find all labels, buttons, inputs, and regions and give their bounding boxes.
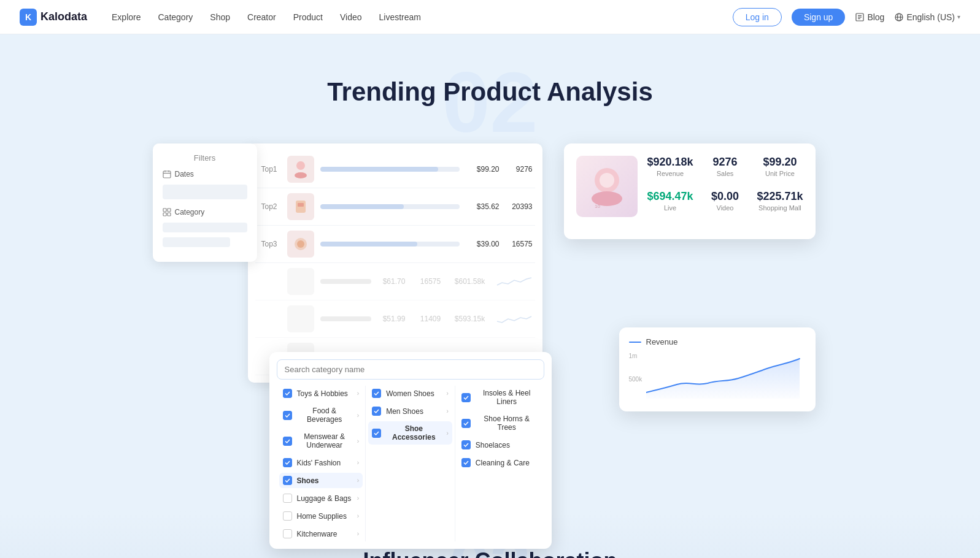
blog-icon <box>855 12 865 22</box>
revenue-chart-header: Revenue <box>629 337 806 346</box>
cat-label-kitchen: Kitchenware <box>297 530 338 538</box>
nav-shop[interactable]: Shop <box>210 10 230 25</box>
product-sales-3: 16575 <box>506 240 533 248</box>
nav-creator[interactable]: Creator <box>247 10 276 25</box>
extra-revenue-1: $601.58k <box>450 277 490 286</box>
svg-rect-12 <box>168 208 171 212</box>
filters-title: Filters <box>163 153 247 162</box>
checkbox-toys[interactable] <box>283 389 292 398</box>
nav-product[interactable]: Product <box>293 10 323 25</box>
cat-shoe-horns[interactable]: Shoe Horns & Trees <box>458 411 542 435</box>
checkbox-shoe-horns[interactable] <box>461 419 471 428</box>
search-wrap <box>277 359 544 380</box>
checkbox-shoelaces[interactable] <box>461 440 471 449</box>
filters-panel: Filters Dates Category <box>153 143 257 262</box>
cat-label-food: Food & Beverages <box>297 407 352 424</box>
revenue-legend-line <box>629 342 641 343</box>
table-row: Top3 $39.00 16575 <box>255 226 535 263</box>
signup-button[interactable]: Sign up <box>792 9 845 26</box>
product-bar-2 <box>320 204 460 209</box>
cat-toys-hobbies[interactable]: Toys & Hobbies › <box>279 386 363 401</box>
product-sales-2: 20393 <box>506 202 533 211</box>
blog-link[interactable]: Blog <box>855 12 884 22</box>
cat-shoelaces[interactable]: Shoelaces <box>458 437 542 453</box>
detail-product-thumb: 10 <box>576 156 638 217</box>
cat-kitchen[interactable]: Kitchenware › <box>279 526 363 541</box>
cat-women-shoes[interactable]: Women Shoes › <box>368 386 452 401</box>
mini-chart-2 <box>496 311 533 326</box>
nav-video[interactable]: Video <box>340 10 362 25</box>
checkbox-food[interactable] <box>283 411 292 420</box>
cat-luggage[interactable]: Luggage & Bags › <box>279 491 363 506</box>
cat-home[interactable]: Home Supplies › <box>279 508 363 524</box>
category-col-3: Insoles & Heel Liners Shoe Horns & Trees… <box>455 386 544 541</box>
cat-food[interactable]: Food & Beverages › <box>279 403 363 427</box>
dates-filter[interactable]: Dates <box>163 170 247 178</box>
navbar: K Kalodata Explore Category Shop Creator… <box>0 0 980 34</box>
nav-category[interactable]: Category <box>158 10 193 25</box>
language-selector[interactable]: English (US) ▾ <box>894 12 960 22</box>
cat-menswear[interactable]: Menswear & Underwear › <box>279 429 363 453</box>
cat-arrow-kitchen: › <box>357 530 359 537</box>
cat-label-menswear: Menswear & Underwear <box>297 432 352 449</box>
live-value: $694.47k <box>647 190 693 203</box>
cat-arrow-luggage: › <box>357 495 359 502</box>
shopping-mall-stat: $225.71k Shopping Mall <box>757 190 803 217</box>
cat-label-luggage: Luggage & Bags <box>297 494 352 503</box>
product-price-1: $99.20 <box>466 165 500 174</box>
checkbox-menswear[interactable] <box>283 437 292 446</box>
cat-arrow-men-shoes: › <box>447 408 449 415</box>
cat-men-shoes[interactable]: Men Shoes › <box>368 403 452 419</box>
hero-title: Trending Product Analysis <box>25 77 955 107</box>
video-stat: $0.00 Video <box>703 190 747 217</box>
extra-sales-1: 16575 <box>417 277 444 286</box>
checkbox-cleaning[interactable] <box>461 458 471 467</box>
cat-kids[interactable]: Kids' Fashion › <box>279 455 363 470</box>
checkbox-insoles[interactable] <box>461 393 471 402</box>
product-bar-1 <box>320 167 460 172</box>
checkbox-women-shoes[interactable] <box>372 389 381 398</box>
svg-rect-14 <box>168 213 171 216</box>
checkbox-men-shoes[interactable] <box>372 407 381 416</box>
logo[interactable]: K Kalodata <box>20 9 87 26</box>
checkbox-luggage[interactable] <box>283 494 292 503</box>
revenue-chart-card: Revenue 1m 500k <box>619 327 816 411</box>
cat-insoles[interactable]: Insoles & Heel Liners <box>458 386 542 409</box>
unit-price-value: $99.20 <box>757 156 803 169</box>
blog-label: Blog <box>867 12 884 22</box>
cat-label-home: Home Supplies <box>297 512 347 521</box>
chart-y-500k: 500k <box>629 376 642 383</box>
chevron-down-icon: ▾ <box>957 13 960 20</box>
product-thumb-1 <box>287 156 314 183</box>
nav-explore[interactable]: Explore <box>112 10 141 25</box>
nav-livestream[interactable]: Livestream <box>379 10 421 25</box>
cat-shoe-accessories[interactable]: Shoe Accessories › <box>368 421 452 445</box>
checkbox-shoe-accessories[interactable] <box>372 429 381 438</box>
search-input[interactable] <box>277 359 544 380</box>
nav-links: Explore Category Shop Creator Product Vi… <box>112 10 733 25</box>
cat-shoes[interactable]: Shoes › <box>279 473 363 488</box>
category-filter[interactable]: Category <box>163 208 247 216</box>
cat-cleaning[interactable]: Cleaning & Care <box>458 455 542 470</box>
checkbox-kitchen[interactable] <box>283 529 292 538</box>
cat-arrow-women-shoes: › <box>447 390 449 397</box>
extra-price-1: $61.70 <box>377 277 411 286</box>
checkbox-kids[interactable] <box>283 458 292 467</box>
svg-rect-7 <box>163 171 171 178</box>
product-price-3: $39.00 <box>466 240 500 248</box>
svg-rect-18 <box>298 203 304 207</box>
hero-section: 02 Trending Product Analysis Filters Dat… <box>0 34 980 475</box>
live-label: Live <box>647 204 693 212</box>
svg-point-15 <box>296 161 305 170</box>
table-row-extra: $51.99 11409 $593.15k <box>255 300 535 338</box>
logo-icon: K <box>20 9 37 26</box>
globe-icon <box>894 12 904 22</box>
svg-rect-11 <box>163 208 166 212</box>
svg-point-23 <box>600 173 614 188</box>
login-button[interactable]: Log in <box>733 8 782 26</box>
live-stat: $694.47k Live <box>647 190 693 217</box>
checkbox-shoes[interactable] <box>283 476 292 485</box>
category-col-1: Toys & Hobbies › Food & Beverages › Mens… <box>277 386 366 541</box>
checkbox-home[interactable] <box>283 511 292 521</box>
cat-arrow-kids: › <box>357 459 359 466</box>
